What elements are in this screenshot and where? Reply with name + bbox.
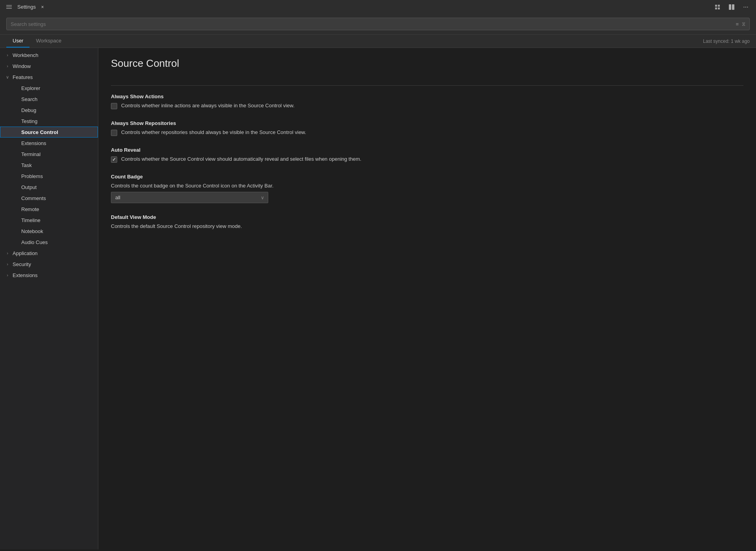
split-editor-icon[interactable]: [726, 2, 737, 13]
tabs: User Workspace: [6, 35, 68, 48]
close-button[interactable]: ×: [40, 4, 45, 10]
sidebar-item-debug[interactable]: Debug: [0, 105, 98, 116]
setting-description: Controls whether the Source Control view…: [121, 156, 361, 162]
select-wrapper-count-badge: allfocusedoff∨: [111, 192, 268, 203]
sidebar-item-window[interactable]: ›Window: [0, 61, 98, 72]
filter-icon[interactable]: ⧖: [742, 21, 745, 27]
sidebar-item-label: Debug: [21, 107, 36, 113]
chevron-icon: ›: [5, 262, 10, 266]
chevron-icon: ›: [5, 64, 10, 68]
search-icons: ≡ ⧖: [736, 21, 745, 27]
sidebar-item-label: Notebook: [21, 228, 43, 234]
list-icon[interactable]: ≡: [736, 21, 739, 27]
sidebar-item-label: Problems: [21, 173, 43, 179]
sidebar-item-label: Source Control: [21, 129, 58, 135]
chevron-icon: ›: [5, 53, 10, 57]
title-bar-actions: ···: [712, 2, 751, 13]
title-divider: [111, 85, 743, 86]
sidebar-item-explorer[interactable]: Explorer: [0, 83, 98, 94]
sidebar-item-extensions-top[interactable]: ›Extensions: [0, 270, 98, 281]
sidebar-item-label: Window: [13, 63, 31, 69]
tabs-bar: User Workspace Last synced: 1 wk ago: [0, 35, 756, 48]
last-synced: Last synced: 1 wk ago: [703, 39, 750, 44]
sidebar-item-label: Task: [21, 162, 32, 168]
sidebar-item-extensions[interactable]: Extensions: [0, 138, 98, 149]
tab-user[interactable]: User: [6, 35, 30, 48]
setting-always-show-actions: Always Show ActionsControls whether inli…: [111, 94, 743, 109]
setting-label: Always Show Repositories: [111, 120, 743, 126]
main-layout: ›Workbench›Window∨FeaturesExplorerSearch…: [0, 48, 756, 549]
sidebar-item-label: Extensions: [13, 272, 38, 278]
sidebar-item-security[interactable]: ›Security: [0, 259, 98, 270]
sidebar-item-source-control[interactable]: Source Control: [0, 127, 98, 138]
setting-label: Auto Reveal: [111, 147, 743, 153]
setting-row: Controls whether the Source Control view…: [111, 156, 743, 163]
sidebar-item-label: Extensions: [21, 140, 46, 146]
search-bar: ≡ ⧖: [0, 14, 756, 35]
more-actions-icon[interactable]: ···: [740, 2, 751, 13]
sidebar-item-label: Search: [21, 96, 37, 102]
setting-description: Controls the default Source Control repo…: [111, 223, 743, 229]
sidebar-item-label: Security: [13, 261, 31, 267]
sidebar-item-remote[interactable]: Remote: [0, 204, 98, 215]
sidebar-item-label: Features: [13, 74, 33, 80]
setting-description: Controls the count badge on the Source C…: [111, 183, 743, 189]
sidebar-item-label: Remote: [21, 206, 39, 212]
setting-always-show-repositories: Always Show RepositoriesControls whether…: [111, 120, 743, 136]
setting-description: Controls whether repositories should alw…: [121, 129, 306, 135]
tab-title: Settings: [17, 4, 36, 10]
sidebar-item-label: Workbench: [13, 52, 39, 58]
sidebar-item-timeline[interactable]: Timeline: [0, 215, 98, 226]
sidebar-item-features[interactable]: ∨Features: [0, 72, 98, 83]
chevron-icon: ›: [5, 273, 10, 277]
sidebar-item-search[interactable]: Search: [0, 94, 98, 105]
setting-row: Controls whether repositories should alw…: [111, 129, 743, 136]
sidebar-item-task[interactable]: Task: [0, 160, 98, 171]
setting-description: Controls whether inline actions are alwa…: [121, 103, 295, 108]
sidebar-item-label: Output: [21, 184, 37, 190]
sidebar-item-output[interactable]: Output: [0, 182, 98, 193]
title-bar: Settings × ···: [0, 0, 756, 14]
sidebar-item-testing[interactable]: Testing: [0, 116, 98, 127]
sidebar-item-workbench[interactable]: ›Workbench: [0, 50, 98, 61]
search-input[interactable]: [11, 21, 736, 27]
sidebar: ›Workbench›Window∨FeaturesExplorerSearch…: [0, 48, 98, 549]
sidebar-item-notebook[interactable]: Notebook: [0, 226, 98, 237]
tab-workspace[interactable]: Workspace: [30, 35, 68, 48]
page-title: Source Control: [111, 57, 743, 74]
sidebar-item-label: Audio Cues: [21, 239, 48, 245]
sidebar-item-label: Testing: [21, 118, 37, 124]
setting-label: Count Badge: [111, 174, 743, 180]
sidebar-item-label: Timeline: [21, 217, 41, 223]
svg-rect-1: [732, 4, 734, 10]
menu-icon[interactable]: [5, 4, 13, 10]
sidebar-item-comments[interactable]: Comments: [0, 193, 98, 204]
chevron-icon: ∨: [5, 75, 10, 80]
title-bar-left: Settings ×: [5, 4, 45, 10]
select-count-badge[interactable]: allfocusedoff: [111, 192, 268, 203]
setting-auto-reveal: Auto RevealControls whether the Source C…: [111, 147, 743, 163]
content-area: Source Control Always Show ActionsContro…: [98, 48, 756, 549]
sidebar-item-label: Application: [13, 250, 38, 256]
sidebar-item-terminal[interactable]: Terminal: [0, 149, 98, 160]
open-settings-icon[interactable]: [712, 2, 723, 13]
setting-row: Controls whether inline actions are alwa…: [111, 103, 743, 109]
sidebar-item-problems[interactable]: Problems: [0, 171, 98, 182]
checkbox-always-show-repositories[interactable]: [111, 130, 117, 136]
setting-label: Default View Mode: [111, 214, 743, 220]
sidebar-item-label: Comments: [21, 195, 46, 201]
sidebar-item-application[interactable]: ›Application: [0, 248, 98, 259]
sidebar-item-label: Terminal: [21, 151, 41, 157]
setting-label: Always Show Actions: [111, 94, 743, 99]
checkbox-always-show-actions[interactable]: [111, 103, 117, 109]
chevron-icon: ›: [5, 251, 10, 255]
checkbox-auto-reveal[interactable]: [111, 156, 117, 163]
search-input-wrapper[interactable]: ≡ ⧖: [6, 18, 750, 30]
svg-rect-0: [729, 4, 731, 10]
setting-count-badge: Count BadgeControls the count badge on t…: [111, 174, 743, 203]
setting-default-view-mode: Default View ModeControls the default So…: [111, 214, 743, 229]
sidebar-item-audio-cues[interactable]: Audio Cues: [0, 237, 98, 248]
sidebar-item-label: Explorer: [21, 85, 40, 91]
